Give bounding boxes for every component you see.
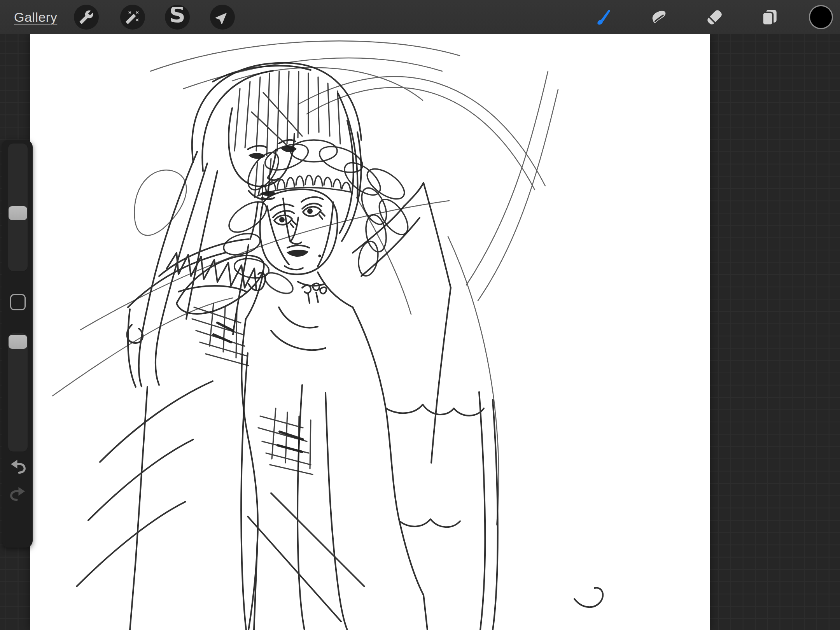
sidebar-toolbar — [2, 140, 33, 548]
layers-icon — [760, 7, 779, 27]
selection-s-icon: S — [169, 7, 186, 27]
sketch-dark-accents — [214, 323, 303, 452]
paintbrush-icon — [593, 7, 613, 27]
sketch-left-figure — [77, 63, 361, 630]
adjustments-button[interactable] — [120, 5, 145, 30]
modify-button[interactable] — [10, 294, 26, 310]
smudge-tool-button[interactable] — [646, 5, 671, 30]
layers-button[interactable] — [757, 5, 782, 30]
undo-button[interactable] — [9, 457, 27, 475]
eraser-icon — [705, 7, 724, 27]
gallery-button[interactable]: Gallery — [14, 0, 57, 34]
transform-button[interactable] — [210, 5, 235, 30]
paint-tool-button[interactable] — [591, 5, 616, 30]
brush-size-slider[interactable] — [8, 143, 28, 271]
magic-wand-icon — [125, 10, 140, 24]
sketch-drawing — [30, 34, 710, 630]
wrench-icon — [79, 10, 94, 24]
opacity-slider[interactable] — [8, 333, 28, 452]
toolbar: Gallery S — [0, 0, 840, 34]
smudge-finger-icon — [649, 7, 668, 27]
redo-button[interactable] — [9, 484, 27, 502]
drawing-canvas[interactable] — [30, 34, 710, 630]
procreate-app: Gallery S — [0, 0, 840, 630]
svg-text:S: S — [169, 7, 186, 27]
undo-icon — [9, 471, 27, 476]
sketch-right-figure-crown-hair — [221, 139, 413, 298]
erase-tool-button[interactable] — [702, 5, 727, 30]
transform-arrow-icon — [215, 10, 230, 24]
brush-size-slider-handle[interactable] — [9, 206, 27, 220]
opacity-slider-handle[interactable] — [9, 335, 27, 349]
color-swatch-circle[interactable] — [809, 5, 833, 29]
selection-button[interactable]: S — [165, 5, 190, 30]
redo-icon — [9, 498, 27, 504]
actions-button[interactable] — [74, 5, 99, 30]
